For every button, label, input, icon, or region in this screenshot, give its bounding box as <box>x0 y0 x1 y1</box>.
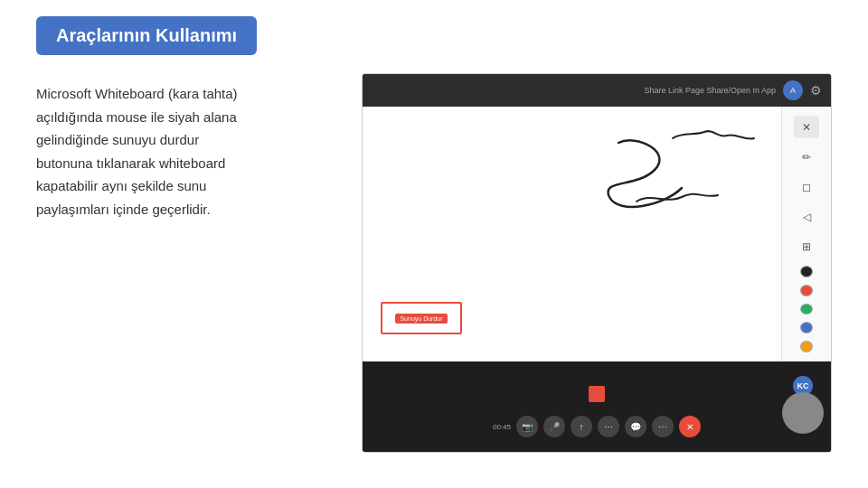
gear-icon: ⚙ <box>810 83 822 98</box>
page-title: Araçlarının Kullanımı <box>56 25 237 45</box>
teams-topbar: Share Link Page Share/Open In App A ⚙ <box>363 74 831 107</box>
header-bar: Araçlarının Kullanımı <box>36 16 257 55</box>
teams-window: Share Link Page Share/Open In App A ⚙ <box>363 74 831 452</box>
signature-drawing <box>564 125 763 233</box>
topbar-avatar: A <box>783 80 803 100</box>
camera-button[interactable]: 📷 <box>516 416 538 437</box>
bottom-avatar <box>782 392 824 434</box>
red-square-indicator <box>589 386 605 402</box>
control-bar: 00:45 📷 🎤 ↑ ⋯ 💬 ⋯ ✕ <box>363 410 831 443</box>
color-black[interactable] <box>800 266 813 277</box>
right-toolbar: ✕ ✏ ◻ ◁ ⊞ <box>781 107 831 361</box>
screenshot-panel: Share Link Page Share/Open In App A ⚙ <box>362 73 832 453</box>
toolbar-grid-icon[interactable]: ⊞ <box>794 236 819 258</box>
mic-button[interactable]: 🎤 <box>543 416 565 437</box>
teams-bottombar: 00:45 📷 🎤 ↑ ⋯ 💬 ⋯ ✕ KC <box>363 361 831 452</box>
highlight-box: Sunuyu Durdur <box>381 302 462 334</box>
stop-button[interactable]: Sunuyu Durdur <box>395 314 447 324</box>
description-text: Microsoft Whiteboard (kara tahta) açıldı… <box>36 82 335 221</box>
color-red[interactable] <box>800 285 813 296</box>
toolbar-close-icon[interactable]: ✕ <box>794 116 819 138</box>
share-button[interactable]: ↑ <box>571 416 592 437</box>
end-call-button[interactable]: ✕ <box>679 416 701 437</box>
color-blue[interactable] <box>800 322 813 333</box>
toolbar-shape-icon[interactable]: ◻ <box>794 175 819 198</box>
color-orange[interactable] <box>800 341 813 352</box>
color-green[interactable] <box>800 304 813 315</box>
participants-button[interactable]: ⋯ <box>598 416 619 437</box>
toolbar-pen-icon[interactable]: ✏ <box>794 145 819 168</box>
main-content: Microsoft Whiteboard (kara tahta) açıldı… <box>0 73 868 453</box>
text-panel: Microsoft Whiteboard (kara tahta) açıldı… <box>36 73 335 453</box>
call-timer: 00:45 <box>493 423 511 431</box>
whiteboard-area: Sunuyu Durdur <box>363 107 781 361</box>
more-button[interactable]: ⋯ <box>652 416 674 437</box>
toolbar-back-icon[interactable]: ◁ <box>794 206 819 229</box>
topbar-text: Share Link Page Share/Open In App <box>644 86 776 95</box>
chat-button[interactable]: 💬 <box>625 416 646 437</box>
